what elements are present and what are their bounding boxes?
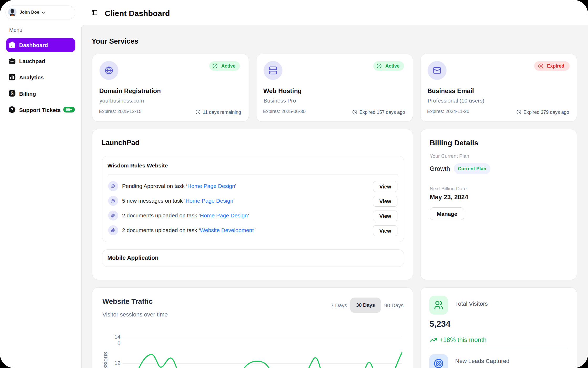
svg-text:$: $ — [10, 90, 13, 96]
svg-text:?: ? — [11, 107, 13, 112]
